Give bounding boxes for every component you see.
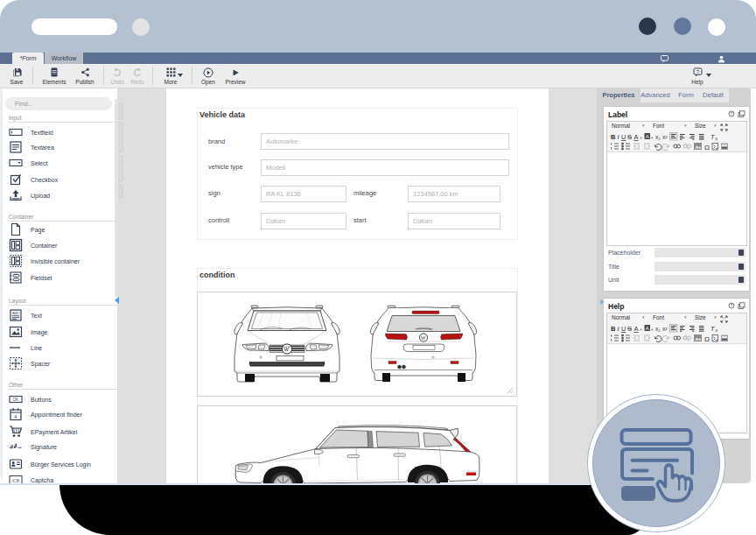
- svg-text:?: ?: [731, 111, 733, 116]
- svg-text:B: B: [611, 325, 616, 333]
- svg-text:▾: ▾: [651, 327, 654, 332]
- svg-text:x²: x²: [662, 134, 668, 140]
- svg-text:x: x: [716, 327, 718, 333]
- svg-text:x: x: [716, 136, 718, 141]
- svg-text:?: ?: [731, 303, 733, 308]
- svg-text:I: I: [618, 325, 620, 333]
- svg-text:A: A: [646, 326, 649, 331]
- svg-text:\C8: \C8: [11, 478, 19, 483]
- svg-text:▾: ▾: [640, 136, 643, 140]
- svg-text:▾: ▾: [651, 136, 654, 140]
- svg-text:S: S: [627, 325, 632, 333]
- svg-text:U: U: [621, 133, 626, 141]
- svg-text:?: ?: [696, 69, 699, 74]
- svg-text:4: 4: [14, 414, 18, 419]
- svg-text:B: B: [611, 133, 616, 141]
- svg-text:Ω: Ω: [704, 144, 710, 151]
- svg-text:ABC: ABC: [12, 311, 20, 315]
- svg-text:OK: OK: [13, 398, 20, 402]
- svg-text:S: S: [627, 133, 632, 141]
- svg-text:x₂: x₂: [655, 326, 661, 332]
- svg-text:I: I: [618, 133, 620, 141]
- svg-text:▾: ▾: [640, 327, 643, 332]
- svg-text:A: A: [646, 134, 649, 139]
- svg-text:x₂: x₂: [655, 134, 661, 140]
- svg-text:U: U: [621, 325, 626, 333]
- svg-text:Ω: Ω: [704, 335, 710, 343]
- svg-text:A: A: [634, 325, 639, 333]
- svg-text:A: A: [634, 133, 639, 141]
- svg-text:x²: x²: [662, 326, 668, 332]
